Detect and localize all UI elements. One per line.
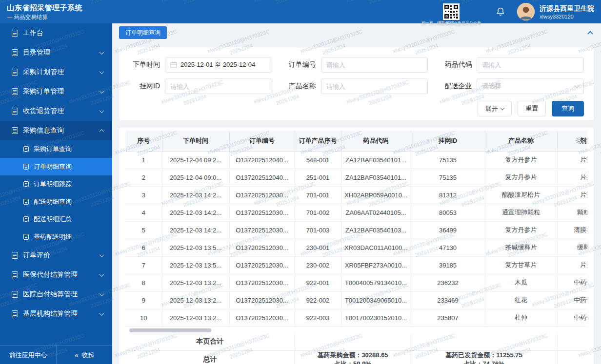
sidebar-subitem[interactable]: 订单明细跟踪 (0, 175, 112, 193)
username: xlwsy3320120 (540, 14, 594, 19)
column-header[interactable]: 药品代码 (341, 131, 411, 151)
main-area: 订单明细查询 下单时间 (112, 23, 601, 364)
drug-code-input[interactable] (477, 57, 584, 73)
reset-button[interactable]: 重置 (518, 101, 546, 116)
column-header[interactable]: 挂网ID (411, 131, 485, 151)
table-cell: 230-001 (295, 239, 341, 256)
table-row[interactable]: 12025-12-04 09:2...O137202512040...548-0… (125, 151, 587, 169)
header-actions: 扫一扫，绑定/解绑在鲁云采公众号 沂源县西里卫生院 xlwsy3320120 (443, 0, 601, 23)
table-cell: 2025-12-03 14:2... (162, 204, 229, 221)
table-cell: 茶碱缓释片 (485, 239, 557, 256)
column-header[interactable]: 订单产品序号 (295, 131, 341, 151)
table-row[interactable]: 22025-12-04 09:0...O137202512040...251-0… (125, 169, 587, 186)
table-cell: 杜仲 (485, 309, 557, 326)
table-row[interactable]: 42025-12-03 14:2...O137202512030...701-0… (125, 204, 587, 221)
column-header[interactable]: 序号 (125, 131, 162, 151)
table-cell: 6 (125, 239, 162, 256)
horizontal-scrollbar[interactable] (125, 328, 587, 332)
collapse-panel-icon[interactable] (587, 29, 593, 36)
qr-code[interactable]: 扫一扫，绑定/解绑在鲁云采公众号 (443, 3, 460, 20)
sidebar-item[interactable]: 采购信息查询 (0, 121, 112, 140)
table-cell: 颗粒剂 (557, 204, 587, 221)
double-chevron-left-icon: « (75, 351, 79, 359)
table-cell: O137202512030... (229, 204, 295, 221)
sidebar-item[interactable]: 订单评价 (0, 246, 112, 265)
table-row[interactable]: 102025-12-03 13:2...O137202512030...922-… (125, 309, 587, 326)
summary-table: 本页合计 总计 基药采购金额：30288.65 占比：59.9% (125, 333, 587, 364)
chevron-down-icon (100, 272, 104, 277)
table-cell: 236232 (411, 274, 485, 291)
user-info[interactable]: 沂源县西里卫生院 xlwsy3320120 (540, 4, 594, 19)
sidebar-subitem[interactable]: 采购订单查询 (0, 140, 112, 158)
avatar[interactable] (517, 3, 535, 20)
document-icon (23, 146, 29, 152)
sidebar-subitem[interactable]: 基药配送明细 (0, 228, 112, 246)
brand: 山东省招采管理子系统 — 药品交易结算 (0, 0, 112, 23)
order-no-input[interactable] (321, 57, 428, 73)
table-cell: XH02ABP059A0010... (341, 186, 411, 204)
sidebar-subitem-label: 订单明细查询 (34, 162, 72, 171)
table-cell: 2025-12-03 13:2... (162, 291, 229, 309)
table-cell: 9 (125, 291, 162, 309)
tab-order-detail-query[interactable]: 订单明细查询 (119, 26, 167, 39)
delivery-company-select[interactable]: 请选择 (477, 78, 584, 94)
document-icon (12, 88, 18, 95)
sidebar-subitem[interactable]: 订单明细查询 (0, 158, 112, 175)
table-cell: O137202512030... (229, 239, 295, 256)
sidebar-item[interactable]: 收货退货管理 (0, 101, 112, 121)
sidebar-item[interactable]: 目录管理 (0, 43, 112, 62)
document-icon (12, 108, 18, 115)
sidebar-menu: 工作台目录管理采购计划管理采购订单管理收货退货管理采购信息查询采购订单查询订单明… (0, 23, 112, 345)
notification-bell-icon[interactable] (496, 7, 505, 17)
purchase-amount: 基药采购金额：30288.65 (297, 351, 409, 360)
document-icon (12, 127, 18, 134)
collapse-sidebar-button[interactable]: « 收起 (57, 346, 112, 364)
app-center-button[interactable]: 前往应用中心 (0, 346, 57, 364)
table-cell: 片剂 (557, 256, 587, 274)
table-cell: 1 (125, 151, 162, 169)
table-row[interactable]: 92025-12-03 13:2...O137202512030...922-0… (125, 291, 587, 309)
order-time-daterange[interactable]: 2025-12-01 至 2025-12-04 (165, 57, 272, 73)
table-cell: 2025-12-03 13:2... (162, 309, 229, 326)
table-cell: 230-002 (295, 256, 341, 274)
column-settings-gear-icon[interactable] (575, 136, 583, 144)
table-cell: 922-001 (295, 274, 341, 291)
table-cell: 片剂 (557, 169, 587, 186)
table-cell: 木瓜 (485, 274, 557, 291)
table-row[interactable]: 82025-12-03 13:2...O137202512030...922-0… (125, 274, 587, 291)
sidebar-subitem[interactable]: 配送明细查询 (0, 193, 112, 211)
chevron-down-icon (100, 89, 104, 94)
table-cell: 2025-12-04 09:2... (162, 151, 229, 169)
scrollbar-thumb[interactable] (129, 328, 211, 332)
table-row[interactable]: 62025-12-03 13:5...O137202512030...230-0… (125, 239, 587, 256)
sidebar-item-label: 工作台 (23, 29, 43, 38)
table-cell: 548-001 (295, 151, 341, 169)
sidebar-item[interactable]: 采购计划管理 (0, 62, 112, 82)
table-cell: 2025-12-03 14:2... (162, 186, 229, 204)
table-cell: 红花 (485, 291, 557, 309)
chevron-down-icon (100, 252, 104, 257)
drug-code-label: 药品代码 (441, 60, 477, 69)
sidebar-item[interactable]: 医院自付结算管理 (0, 285, 112, 304)
column-header[interactable]: 订单编号 (229, 131, 295, 151)
table-scroll-area[interactable]: 序号下单时间订单编号订单产品序号药品代码挂网ID产品名称剂型12025-12-0… (125, 131, 587, 327)
column-header[interactable]: 下单时间 (162, 131, 229, 151)
document-icon (12, 30, 18, 37)
table-cell: 薄膜衣片 (557, 221, 587, 239)
sidebar-item[interactable]: 基层机构结算管理 (0, 304, 112, 324)
table-cell: 醋酸泼尼松片 (485, 186, 557, 204)
sidebar-item[interactable]: 医保代付结算管理 (0, 265, 112, 285)
search-button[interactable]: 查询 (552, 101, 584, 116)
sidebar-footer: 前往应用中心 « 收起 (0, 345, 112, 364)
table-row[interactable]: 72025-12-03 13:5...O137202512030...230-0… (125, 256, 587, 274)
table-row[interactable]: 32025-12-03 14:2...O137202512030...701-0… (125, 186, 587, 204)
sidebar-subitem-label: 配送明细汇总 (34, 215, 72, 224)
listing-id-input[interactable] (165, 78, 272, 94)
product-name-input[interactable] (321, 78, 428, 94)
sidebar-item[interactable]: 采购订单管理 (0, 82, 112, 101)
sidebar-subitem[interactable]: 配送明细汇总 (0, 211, 112, 228)
expand-filters-button[interactable]: 展开 (478, 101, 512, 116)
table-row[interactable]: 52025-12-03 14:2...O137202512030...701-0… (125, 221, 587, 239)
sidebar-item[interactable]: 工作台 (0, 23, 112, 43)
column-header[interactable]: 产品名称 (485, 131, 557, 151)
